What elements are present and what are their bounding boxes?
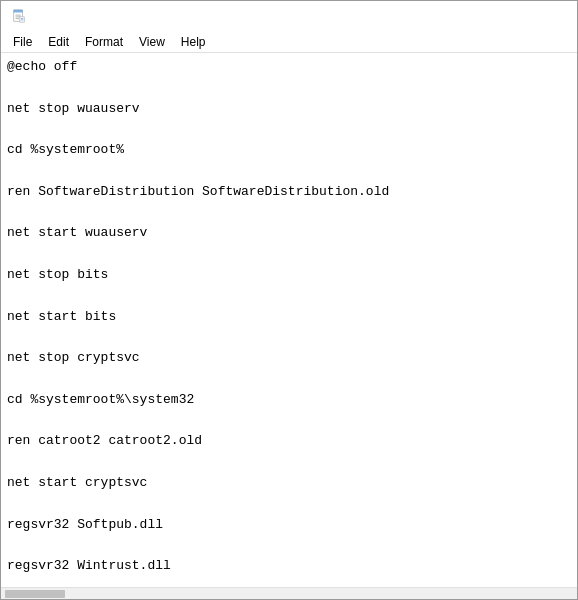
maximize-button[interactable] xyxy=(477,1,523,31)
menu-file[interactable]: File xyxy=(5,31,40,53)
svg-rect-1 xyxy=(14,10,23,13)
editor-area[interactable]: @echo off net stop wuauserv cd %systemro… xyxy=(1,53,577,587)
title-bar xyxy=(1,1,577,31)
horizontal-scrollbar[interactable] xyxy=(1,587,577,599)
svg-rect-5 xyxy=(20,17,24,22)
menu-edit[interactable]: Edit xyxy=(40,31,77,53)
editor-content: @echo off net stop wuauserv cd %systemro… xyxy=(7,57,571,587)
notepad-window: FileEditFormatViewHelp @echo off net sto… xyxy=(0,0,578,600)
scrollbar-h-thumb[interactable] xyxy=(5,590,65,598)
menu-view[interactable]: View xyxy=(131,31,173,53)
minimize-button[interactable] xyxy=(431,1,477,31)
title-bar-left xyxy=(11,8,33,24)
notepad-icon xyxy=(11,8,27,24)
title-controls xyxy=(431,1,569,31)
menu-bar: FileEditFormatViewHelp xyxy=(1,31,577,53)
menu-format[interactable]: Format xyxy=(77,31,131,53)
close-button[interactable] xyxy=(523,1,569,31)
menu-help[interactable]: Help xyxy=(173,31,214,53)
